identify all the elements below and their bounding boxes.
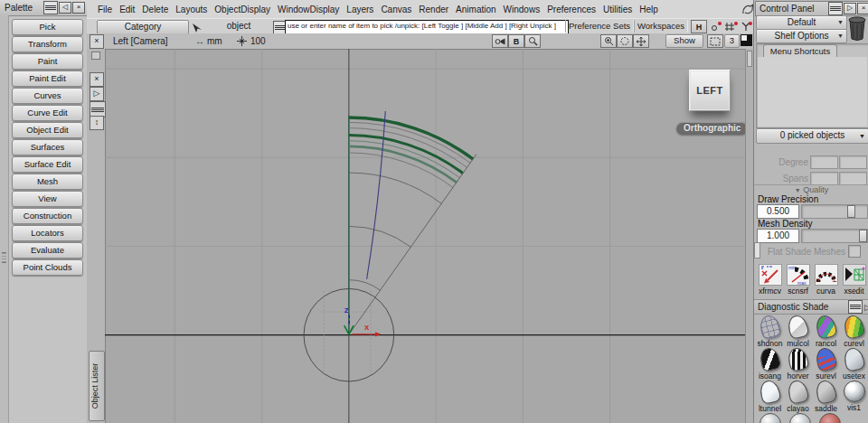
- slider-thumb[interactable]: [859, 230, 867, 242]
- section-collapse-handle[interactable]: [754, 242, 760, 258]
- menu-layouts[interactable]: Layouts: [172, 5, 211, 14]
- diag-item[interactable]: vis1: [840, 381, 868, 413]
- camera-icon[interactable]: [492, 34, 508, 48]
- picked-objects-bar[interactable]: 0 picked objects▼: [756, 128, 868, 144]
- palette-tab-mesh[interactable]: Mesh: [12, 174, 83, 190]
- scrollbar-thumb[interactable]: [747, 51, 752, 67]
- diag-item[interactable]: rancol: [812, 315, 840, 348]
- preference-sets-button[interactable]: Preference Sets: [565, 20, 634, 33]
- shelf-item[interactable]: xfrmcv: [756, 264, 784, 296]
- snap-to-point-icon[interactable]: [740, 20, 754, 33]
- window-corner-icon[interactable]: [741, 34, 752, 46]
- diag-item[interactable]: mulcol: [784, 315, 812, 348]
- spans-field-1[interactable]: [810, 172, 838, 185]
- trash-icon[interactable]: [847, 14, 867, 43]
- pan-icon[interactable]: [633, 34, 649, 48]
- palette-tab-paint-edit[interactable]: Paint Edit: [12, 70, 83, 87]
- diag-item[interactable]: curevl: [840, 315, 868, 348]
- slider-thumb[interactable]: [847, 205, 855, 218]
- shelf-item[interactable]: curva: [812, 264, 840, 296]
- palette-close-icon[interactable]: ×: [72, 2, 85, 14]
- palette-grip-handle[interactable]: [2, 252, 6, 263]
- pane-resize-icon[interactable]: ↕: [90, 116, 104, 130]
- control-panel-menu-icon[interactable]: [828, 2, 843, 15]
- shelf-content-area[interactable]: [758, 57, 867, 127]
- palette-tab-view[interactable]: View: [12, 191, 83, 207]
- clipped-shelf-icon[interactable]: [760, 413, 781, 423]
- shelf-set-dropdown[interactable]: Default▼: [756, 15, 847, 30]
- diag-item[interactable]: surevl: [812, 348, 840, 381]
- palette-menu-icon[interactable]: [43, 1, 58, 14]
- diag-item[interactable]: clayao: [784, 381, 812, 413]
- marquee-icon[interactable]: [707, 34, 723, 48]
- control-panel-close-icon[interactable]: ×: [857, 3, 868, 14]
- pane-close-icon[interactable]: ×: [90, 72, 104, 87]
- palette-tab-curves[interactable]: Curves: [12, 88, 83, 104]
- diagnostic-expand-icon[interactable]: ▷: [864, 303, 868, 312]
- menu-help[interactable]: Help: [636, 5, 662, 14]
- menu-canvas[interactable]: Canvas: [377, 5, 415, 14]
- viewport-scrollbar[interactable]: [745, 49, 753, 423]
- palette-collapse-icon[interactable]: ◁: [59, 2, 71, 14]
- workspaces-button[interactable]: Workspaces: [634, 20, 688, 33]
- palette-tab-pick[interactable]: Pick: [12, 19, 83, 35]
- diagnostic-menu-icon[interactable]: [848, 300, 863, 314]
- diag-item[interactable]: saddle: [812, 381, 840, 413]
- selection-circle-icon[interactable]: [617, 34, 633, 48]
- viewport-canvas[interactable]: Z X: [105, 49, 746, 423]
- control-panel-expand-icon[interactable]: ▷: [844, 3, 856, 14]
- magnifier-icon[interactable]: [524, 34, 541, 48]
- mesh-density-slider[interactable]: [801, 229, 868, 243]
- diag-item[interactable]: usetex: [840, 348, 868, 381]
- menu-windowdisplay[interactable]: WindowDisplay: [274, 5, 343, 14]
- spans-field-2[interactable]: [839, 172, 867, 185]
- palette-tab-transform[interactable]: Transform: [12, 36, 83, 52]
- grid-toggle-icon[interactable]: [236, 35, 248, 49]
- palette-tab-construction[interactable]: Construction: [12, 208, 83, 224]
- palette-tab-evaluate[interactable]: Evaluate: [12, 242, 83, 258]
- flat-shade-checkbox[interactable]: [848, 245, 861, 258]
- menu-animation[interactable]: Animation: [452, 5, 499, 14]
- menu-windows[interactable]: Windows: [500, 5, 544, 14]
- palette-tab-paint[interactable]: Paint: [12, 53, 83, 70]
- category-button[interactable]: Category: [97, 20, 189, 34]
- palette-tab-surfaces[interactable]: Surfaces: [12, 139, 83, 155]
- object-lister-tab[interactable]: Object Lister: [89, 351, 105, 421]
- pick-mode-label[interactable]: object: [207, 21, 270, 31]
- viewport-camera-label[interactable]: Left [Camera]: [113, 36, 168, 46]
- draw-precision-slider[interactable]: [801, 204, 868, 219]
- palette-tab-surface-edit[interactable]: Surface Edit: [12, 156, 83, 173]
- diag-item[interactable]: horver: [784, 348, 812, 381]
- mesh-density-field[interactable]: 1.000: [757, 229, 799, 243]
- zoom-in-icon[interactable]: [600, 34, 617, 48]
- diag-item[interactable]: isoang: [756, 348, 784, 381]
- menu-file[interactable]: File: [94, 5, 116, 14]
- palette-tab-object-edit[interactable]: Object Edit: [12, 122, 83, 138]
- show-menu-button[interactable]: Show: [665, 34, 703, 48]
- strip-grip-icon[interactable]: [91, 52, 100, 60]
- menu-edit[interactable]: Edit: [116, 5, 138, 14]
- degree-field-2[interactable]: [839, 155, 867, 169]
- menu-delete[interactable]: Delete: [138, 5, 172, 14]
- tab-menu-shortcuts[interactable]: Menu Shortcuts: [763, 44, 837, 58]
- shelf-item[interactable]: xsedit: [840, 264, 868, 296]
- palette-tab-point-clouds[interactable]: Point Clouds: [12, 259, 83, 276]
- pane-expand-icon[interactable]: ▷: [90, 87, 104, 101]
- diag-item[interactable]: ltunnel: [756, 381, 784, 413]
- menu-layers[interactable]: Layers: [343, 5, 377, 14]
- view-name-plate[interactable]: LEFT: [689, 70, 731, 111]
- grid-size-value[interactable]: 100: [250, 36, 266, 46]
- pane-count-button[interactable]: 3: [724, 34, 740, 48]
- promptline-input[interactable]: use or enter name of item to pick /unpic…: [285, 20, 569, 34]
- menu-utilities[interactable]: Utilities: [599, 5, 636, 14]
- snap-to-grid-icon[interactable]: [709, 20, 723, 33]
- draw-precision-field[interactable]: 0.500: [757, 204, 799, 219]
- hotkey-icon[interactable]: H: [691, 20, 707, 33]
- clipped-shelf-icon[interactable]: [789, 413, 811, 423]
- snap-to-curve-icon[interactable]: [724, 20, 739, 33]
- palette-tab-curve-edit[interactable]: Curve Edit: [12, 105, 83, 121]
- degree-field-1[interactable]: [810, 155, 838, 169]
- menu-render[interactable]: Render: [415, 5, 452, 14]
- shelf-item[interactable]: minmax scnsrf: [784, 264, 812, 296]
- bookmark-icon[interactable]: B: [508, 34, 524, 48]
